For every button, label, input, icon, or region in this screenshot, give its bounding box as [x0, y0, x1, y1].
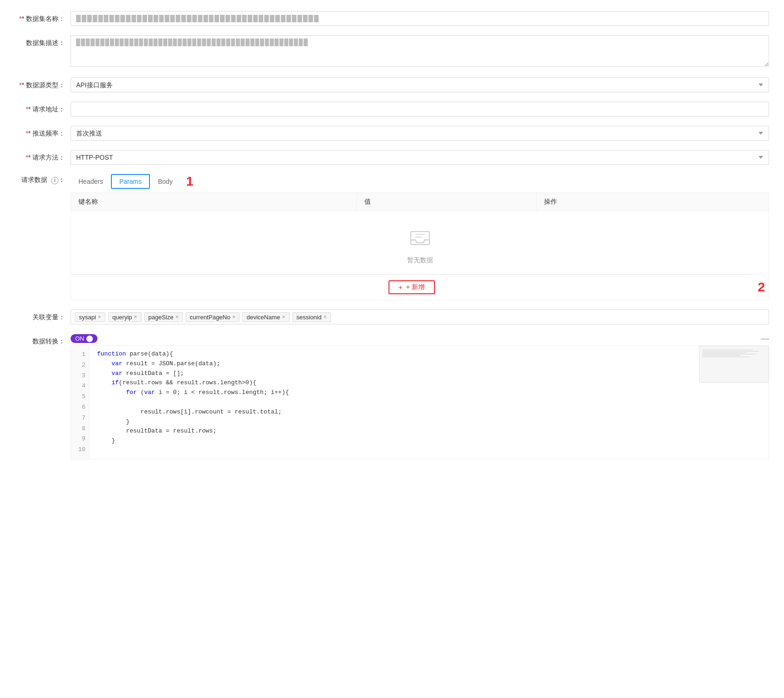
dataset-desc-textarea[interactable]: ████████████████████████████████████████…: [71, 35, 769, 67]
request-url-label: * * 请求地址：: [15, 102, 71, 116]
code-line-2: var result = JSON.parse(data);: [97, 359, 769, 369]
code-line-9: resultData = result.rows;: [97, 427, 769, 436]
variable-tag-currentpageno: currentPageNo ×: [186, 312, 240, 322]
code-line-7: result.rows[i].rowcount = result.total;: [97, 407, 769, 417]
variable-tag-devicename: deviceName ×: [242, 312, 289, 322]
code-line-8: }: [97, 417, 769, 427]
code-line-1: function parse(data){: [97, 349, 769, 359]
dataset-name-content: [71, 11, 769, 26]
datasource-type-content: API接口服务: [71, 78, 769, 92]
line-num-8: 8: [71, 424, 89, 434]
add-button[interactable]: + + 新增: [389, 280, 435, 294]
info-icon[interactable]: ℹ: [51, 177, 58, 184]
variable-name: queryip: [112, 314, 132, 321]
variables-container: sysapi × queryip × pageSize × currentPag…: [71, 310, 769, 324]
col-key-label: 键名称: [78, 198, 98, 205]
annotation-1: 1: [186, 174, 194, 189]
dataset-name-label: * * 数据集名称：: [15, 11, 71, 26]
request-data-label: 请求数据 ℹ：: [15, 174, 71, 186]
annotation-2: 2: [758, 280, 765, 295]
tag-close-queryip[interactable]: ×: [134, 314, 137, 320]
code-editor: 1 2 3 4 5 6 7 8 9 10 function parse(data…: [71, 345, 769, 459]
col-value-label: 值: [364, 198, 371, 205]
col-key-header: 键名称: [71, 193, 357, 211]
variables-row: 关联变量： sysapi × queryip × pageSize × curr…: [15, 310, 769, 324]
line-num-9: 9: [71, 434, 89, 445]
request-method-content: HTTP-POST: [71, 150, 769, 165]
transform-label: 数据转换：: [15, 334, 71, 349]
label-text: 数据集描述：: [26, 39, 65, 46]
line-num-6: 6: [71, 402, 89, 413]
variable-name: pageSize: [149, 314, 174, 321]
code-line-3: var resultData = [];: [97, 369, 769, 379]
code-line-10: }: [97, 436, 769, 446]
label-text: * 数据源类型：: [22, 81, 65, 89]
request-method-select[interactable]: HTTP-POST: [71, 150, 769, 165]
request-url-input[interactable]: ${sysapi}/nm/snmpDevicePerf/selectActual…: [71, 102, 769, 116]
code-line-6: [97, 398, 769, 407]
variable-tag-queryip: queryip ×: [108, 312, 142, 322]
datasource-type-label: * * 数据源类型：: [15, 78, 71, 92]
request-data-content: Headers Params Body 1 键名称: [71, 174, 769, 300]
col-action-header: 操作: [536, 193, 769, 211]
line-num-2: 2: [71, 360, 89, 371]
line-numbers: 1 2 3 4 5 6 7 8 9 10: [71, 346, 90, 459]
col-action-label: 操作: [544, 198, 557, 205]
push-freq-row: * * 推送频率： 首次推送: [15, 126, 769, 141]
line-num-10: 10: [71, 445, 89, 455]
tag-close-currentpageno[interactable]: ×: [232, 314, 235, 320]
label-text: 数据转换：: [32, 337, 65, 345]
label-text: 关联变量：: [32, 313, 65, 321]
add-btn-row: + + 新增: [71, 274, 752, 300]
dataset-desc-label: 数据集描述：: [15, 35, 71, 50]
datasource-type-select[interactable]: API接口服务: [71, 78, 769, 92]
label-text: 请求数据: [21, 176, 47, 183]
tab-body[interactable]: Body: [150, 174, 181, 188]
required-star: *: [19, 81, 21, 89]
page-container: * * 数据集名称： 数据集描述： ██████████████████████…: [0, 0, 784, 480]
collapse-icon[interactable]: —: [761, 334, 769, 343]
code-line-5: for (var i = 0; i < result.rows.length; …: [97, 388, 769, 398]
variable-tag-sessionid: sessionid ×: [292, 312, 331, 322]
toggle-circle: [86, 336, 93, 342]
tab-params[interactable]: Params: [111, 174, 150, 189]
tab-headers-label: Headers: [78, 178, 103, 185]
line-num-7: 7: [71, 413, 89, 424]
line-num-5: 5: [71, 392, 89, 402]
datasource-type-row: * * 数据源类型： API接口服务: [15, 78, 769, 92]
dataset-desc-row: 数据集描述： █████████████████████████████████…: [15, 35, 769, 68]
label-text: * 数据集名称：: [22, 15, 65, 22]
toggle-on[interactable]: ON: [71, 334, 97, 343]
required-star: *: [19, 15, 21, 22]
tag-close-sessionid[interactable]: ×: [324, 314, 327, 320]
params-table: 键名称 值 操作: [71, 193, 769, 274]
variable-name: deviceName: [246, 314, 280, 321]
variable-name: sysapi: [79, 314, 96, 321]
request-data-tabs: Headers Params Body: [71, 174, 181, 189]
add-icon: +: [399, 284, 402, 291]
tab-headers[interactable]: Headers: [71, 174, 111, 188]
variables-content: sysapi × queryip × pageSize × currentPag…: [71, 310, 769, 324]
transform-row: 数据转换： ON — 1 2 3 4 5: [15, 334, 769, 459]
tag-close-sysapi[interactable]: ×: [98, 314, 101, 320]
variable-name: sessionid: [297, 314, 322, 321]
empty-row: 暂无数据: [71, 211, 769, 274]
request-url-row: * * 请求地址： ${sysapi}/nm/snmpDevicePerf/se…: [15, 102, 769, 116]
dataset-desc-content: ████████████████████████████████████████…: [71, 35, 769, 68]
code-editor-inner: 1 2 3 4 5 6 7 8 9 10 function parse(data…: [71, 346, 769, 459]
required-star: *: [26, 105, 28, 113]
tag-close-pagesize[interactable]: ×: [175, 314, 179, 320]
col-value-header: 值: [357, 193, 536, 211]
tab-body-label: Body: [158, 178, 173, 185]
code-lines[interactable]: function parse(data){ var result = JSON.…: [90, 346, 769, 459]
request-method-row: * * 请求方法： HTTP-POST: [15, 150, 769, 165]
push-freq-content: 首次推送: [71, 126, 769, 141]
push-freq-label: * * 推送频率：: [15, 126, 71, 141]
request-url-content: ${sysapi}/nm/snmpDevicePerf/selectActual…: [71, 102, 769, 116]
transform-content: ON — 1 2 3 4 5 6 7 8: [71, 334, 769, 459]
line-num-4: 4: [71, 381, 89, 392]
dataset-name-input[interactable]: [71, 11, 769, 26]
tag-close-devicename[interactable]: ×: [282, 314, 285, 320]
transform-header: ON —: [71, 334, 769, 343]
push-freq-select[interactable]: 首次推送: [71, 126, 769, 141]
